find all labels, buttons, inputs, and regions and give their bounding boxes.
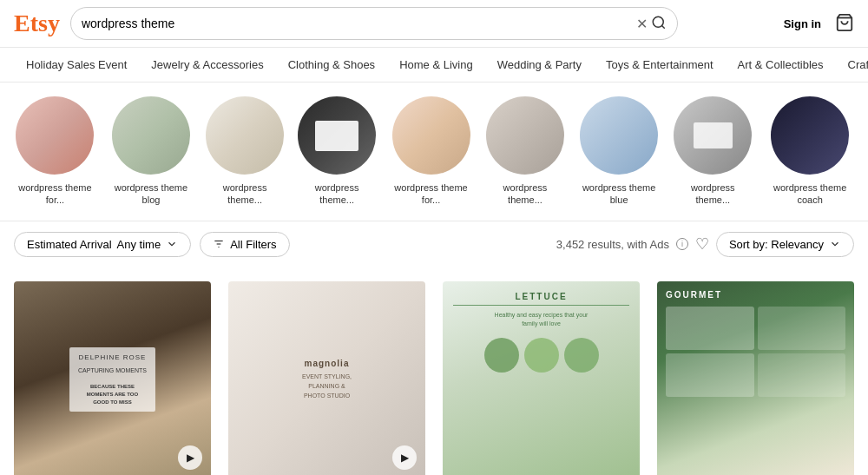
category-item[interactable]: wordpress theme... [206, 96, 284, 207]
product-card[interactable]: GOURMET Gourmet - Food Blog & Recipe Wor… [657, 281, 854, 475]
header: Etsy ✕ Sign in [0, 0, 868, 48]
all-filters-label: All Filters [230, 238, 276, 251]
nav-item-toys[interactable]: Toys & Entertainment [594, 48, 726, 82]
results-info-icon[interactable]: i [676, 238, 688, 250]
estimated-arrival-label: Estimated Arrival [27, 238, 112, 251]
category-circle [771, 96, 849, 175]
video-play-icon: ▶ [392, 445, 417, 470]
category-circle [392, 96, 470, 175]
product-card[interactable]: magnolia EVENT STYLING,PLANNING &PHOTO S… [228, 281, 425, 475]
sign-in-button[interactable]: Sign in [784, 17, 821, 30]
results-info: 3,452 results, with Ads i ♡ Sort by: Rel… [556, 232, 854, 257]
category-label: wordpress theme... [674, 181, 752, 207]
category-label: wordpress theme... [206, 181, 284, 207]
results-text: 3,452 results, with Ads [556, 238, 669, 251]
category-label: wordpress theme... [298, 181, 376, 207]
product-image: GOURMET [657, 281, 854, 475]
category-circle [16, 96, 94, 175]
category-label: wordpress theme blog [110, 181, 192, 207]
nav-item-jewelry[interactable]: Jewelry & Accessories [139, 48, 275, 82]
category-item[interactable]: wordpress theme for... [390, 96, 472, 207]
category-label: wordpress theme coach [766, 181, 854, 207]
search-input[interactable] [82, 16, 633, 30]
etsy-logo: Etsy [14, 10, 60, 37]
category-circle [206, 96, 284, 175]
search-bar: ✕ [70, 7, 678, 40]
category-circle [486, 96, 564, 175]
product-image: magnolia EVENT STYLING,PLANNING &PHOTO S… [228, 281, 425, 475]
header-actions: Sign in [784, 13, 854, 35]
products-grid: DELPHINE ROSE CAPTURING MOMENTS BECAUSE … [0, 267, 868, 475]
sort-label: Sort by: Relevancy [729, 238, 824, 251]
nav-item-craft[interactable]: Craft Supplies [836, 48, 868, 82]
search-button[interactable] [651, 15, 667, 33]
category-item[interactable]: wordpress theme... [674, 96, 752, 207]
estimated-arrival-filter[interactable]: Estimated Arrival Any time [14, 232, 191, 257]
category-circle [112, 96, 190, 175]
filters-bar: Estimated Arrival Any time All Filters 3… [0, 221, 868, 267]
category-item[interactable]: wordpress theme blue [578, 96, 660, 207]
category-circle [298, 96, 376, 175]
main-nav: Holiday Sales Event Jewelry & Accessorie… [0, 48, 868, 82]
nav-item-clothing[interactable]: Clothing & Shoes [276, 48, 387, 82]
search-clear-button[interactable]: ✕ [633, 16, 651, 32]
nav-item-home-living[interactable]: Home & Living [387, 48, 485, 82]
category-item[interactable]: wordpress theme coach [766, 96, 854, 207]
product-card[interactable]: LETTUCE Healthy and easy recipes that yo… [443, 281, 640, 475]
product-image: DELPHINE ROSE CAPTURING MOMENTS BECAUSE … [14, 281, 211, 475]
category-label: wordpress theme blue [578, 181, 660, 207]
category-item[interactable]: wordpress theme for... [14, 96, 96, 207]
category-label: wordpress theme... [486, 181, 564, 207]
estimated-arrival-value: Any time [117, 238, 161, 251]
sort-button[interactable]: Sort by: Relevancy [716, 232, 854, 257]
svg-line-1 [661, 25, 664, 28]
cart-icon[interactable] [835, 13, 854, 35]
nav-item-art[interactable]: Art & Collectibles [726, 48, 836, 82]
nav-item-holiday[interactable]: Holiday Sales Event [14, 48, 139, 82]
category-circle [580, 96, 658, 175]
search-categories: wordpress theme for... wordpress theme b… [0, 82, 868, 221]
product-card[interactable]: DELPHINE ROSE CAPTURING MOMENTS BECAUSE … [14, 281, 211, 475]
product-image: LETTUCE Healthy and easy recipes that yo… [443, 281, 640, 475]
save-search-button[interactable]: ♡ [695, 234, 709, 254]
category-item[interactable]: wordpress theme... [486, 96, 564, 207]
nav-item-wedding[interactable]: Wedding & Party [485, 48, 594, 82]
all-filters-button[interactable]: All Filters [200, 232, 289, 257]
svg-point-0 [653, 16, 663, 27]
category-circle [674, 96, 752, 175]
category-label: wordpress theme for... [390, 181, 472, 207]
category-item[interactable]: wordpress theme... [298, 96, 376, 207]
category-item[interactable]: wordpress theme blog [110, 96, 192, 207]
category-label: wordpress theme for... [14, 181, 96, 207]
video-play-icon: ▶ [178, 445, 202, 470]
